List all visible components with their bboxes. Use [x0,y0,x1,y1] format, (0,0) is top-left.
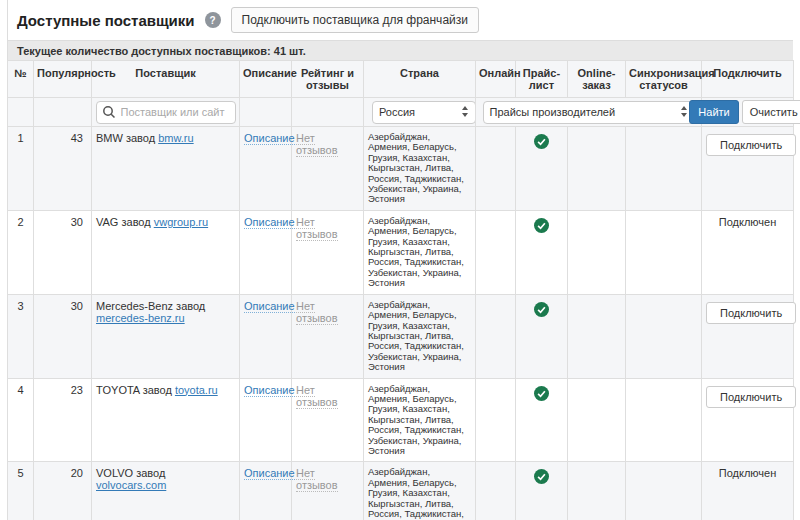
connect-franchise-button[interactable]: Подключить поставщика для франчайзи [231,7,479,33]
online-order-cell [568,127,626,211]
page-header: Доступные поставщики ? Подключить постав… [8,0,793,40]
filter-empty-cell [34,98,92,127]
pricelist-select-value: Прайсы производителей [490,106,616,118]
status-sync-cell [626,378,702,462]
online-cell [476,378,516,462]
online-cell [476,210,516,294]
row-number: 1 [8,127,34,211]
online-cell [476,127,516,211]
description-cell: Описание [240,294,292,378]
description-cell: Описание [240,462,292,520]
status-sync-cell [626,127,702,211]
supplier-name: VAG завод [96,216,151,228]
filter-pricelist-cell: Прайсы производителей [476,98,702,127]
page-top-section: Доступные поставщики ? Подключить постав… [7,0,793,60]
status-sync-cell [626,294,702,378]
filter-empty-cell [8,98,34,127]
supplier-cell: VOLVO завод volvocars.com [92,462,240,520]
online-order-cell [568,210,626,294]
pricelist-cell [516,294,568,378]
popularity-value: 30 [34,294,92,378]
supplier-name: TOYOTA завод [96,384,172,396]
connect-cell: Подключить [702,127,794,211]
supplier-site-link[interactable]: toyota.ru [175,384,218,396]
connected-label: Подключен [719,467,777,479]
country-select[interactable]: Россия [372,101,476,124]
status-sync-cell [626,462,702,520]
popularity-value: 20 [34,462,92,520]
online-order-cell [568,462,626,520]
table-row: 423TOYOTA завод toyota.ruОписаниеНет отз… [8,378,794,462]
row-number: 2 [8,210,34,294]
rating-cell: Нет отзывов [292,378,364,462]
pricelist-cell [516,378,568,462]
popularity-value: 23 [34,378,92,462]
countries-cell: Азербайджан, Армения, Беларусь, Грузия, … [364,462,476,520]
col-connect: Подключить [702,61,794,98]
page: Доступные поставщики ? Подключить постав… [7,0,793,520]
countries-text: Азербайджан, Армения, Беларусь, Грузия, … [368,300,471,373]
supplier-name: BMW завод [96,132,155,144]
supplier-cell: TOYOTA завод toyota.ru [92,378,240,462]
description-link[interactable]: Описание [244,132,295,145]
col-description: Описание [240,61,292,98]
col-online: Онлайн [476,61,516,98]
supplier-site-link[interactable]: mercedes-benz.ru [96,312,185,324]
description-cell: Описание [240,210,292,294]
col-rating: Рейтинг и отзывы [292,61,364,98]
supplier-site-link[interactable]: bmw.ru [158,132,193,144]
no-reviews-label: Нет отзывов [296,300,338,325]
select-stepper-icon [461,105,469,120]
connect-cell: Подключить [702,378,794,462]
countries-cell: Азербайджан, Армения, Беларусь, Грузия, … [364,378,476,462]
pricelist-cell [516,210,568,294]
pricelist-check-icon [534,386,549,403]
connect-button[interactable]: Подключить [706,302,796,324]
table-row: 520VOLVO завод volvocars.comОписаниеНет … [8,462,794,520]
table-row: 143BMW завод bmw.ruОписаниеНет отзывовАз… [8,127,794,211]
help-icon[interactable]: ? [205,12,221,28]
select-stepper-icon [680,105,688,120]
col-popularity: Популярность [34,61,92,98]
connect-button[interactable]: Подключить [706,386,796,408]
page-title: Доступные поставщики [17,12,195,29]
suppliers-table: № Популярность Поставщик Описание Рейтин… [7,60,794,520]
search-icon [102,105,116,121]
countries-cell: Азербайджан, Армения, Беларусь, Грузия, … [364,294,476,378]
description-link[interactable]: Описание [244,384,295,397]
supplier-site-link[interactable]: volvocars.com [96,479,166,491]
supplier-name: VOLVO завод [96,467,165,479]
supplier-cell: VAG завод vwgroup.ru [92,210,240,294]
table-header-row: № Популярность Поставщик Описание Рейтин… [8,61,794,98]
col-country: Страна [364,61,476,98]
filter-country-cell: Россия [364,98,476,127]
supplier-cell: BMW завод bmw.ru [92,127,240,211]
popularity-value: 43 [34,127,92,211]
col-online-order: Online-заказ [568,61,626,98]
clear-button[interactable]: Очистить [742,100,800,124]
col-pricelist: Прайс-лист [516,61,568,98]
no-reviews-label: Нет отзывов [296,384,338,409]
supplier-site-link[interactable]: vwgroup.ru [154,216,208,228]
row-number: 3 [8,294,34,378]
find-button[interactable]: Найти [689,100,738,124]
countries-cell: Азербайджан, Армения, Беларусь, Грузия, … [364,210,476,294]
table-row: 230VAG завод vwgroup.ruОписаниеНет отзыв… [8,210,794,294]
suppliers-count-text: Текущее количество доступных поставщиков… [17,45,306,57]
pricelist-select[interactable]: Прайсы производителей [483,101,695,124]
filter-empty-cell [292,98,364,127]
description-link[interactable]: Описание [244,216,295,229]
countries-text: Азербайджан, Армения, Беларусь, Грузия, … [368,216,471,289]
description-link[interactable]: Описание [244,300,295,313]
info-bar: Текущее количество доступных поставщиков… [8,40,793,60]
supplier-name: Mercedes-Benz завод [96,300,205,312]
row-number: 5 [8,462,34,520]
description-link[interactable]: Описание [244,467,295,480]
rating-cell: Нет отзывов [292,294,364,378]
rating-cell: Нет отзывов [292,127,364,211]
description-cell: Описание [240,127,292,211]
connect-button[interactable]: Подключить [706,134,796,156]
filter-row: Россия Прайсы производителей [8,98,794,127]
search-input[interactable] [96,101,236,124]
table-row: 330Mercedes-Benz завод mercedes-benz.ruО… [8,294,794,378]
